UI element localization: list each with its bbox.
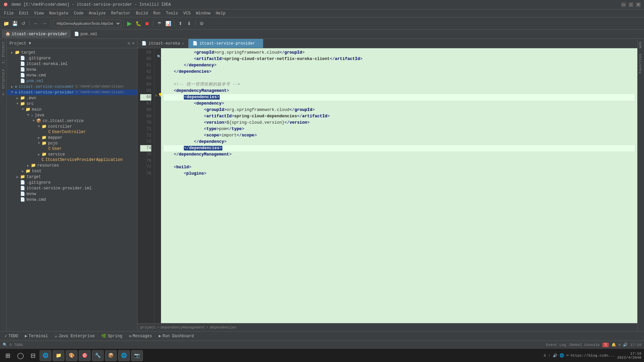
close-button[interactable]: ✕ xyxy=(636,2,641,7)
list-item[interactable]: 📄 .gitignore xyxy=(7,55,137,61)
tree-label: itcast-eureka.iml xyxy=(26,62,67,66)
start-button[interactable]: ⊞ xyxy=(3,350,13,361)
list-item[interactable]: ▶ ◈ itcast-service-consumer C:\hm49\code… xyxy=(7,84,137,89)
breadcrumb-project[interactable]: project xyxy=(140,325,156,329)
list-item[interactable]: ▼ 📦 cn.itcast.service xyxy=(7,118,137,124)
list-item[interactable]: C UserController xyxy=(7,129,137,135)
bottom-tab-messages[interactable]: ✉ Messages xyxy=(125,332,155,340)
taskbar-app1[interactable]: 📦 xyxy=(105,350,117,361)
taskbar-app3[interactable]: 📷 xyxy=(131,350,143,361)
editor-tab-close-eureka[interactable]: ✕ xyxy=(182,42,184,46)
toolbar-sep-2 xyxy=(51,20,51,27)
breadcrumb-dependency-mgmt[interactable]: dependencyManagement xyxy=(161,325,205,329)
toolbar-sync-btn[interactable]: ↺ xyxy=(19,19,28,27)
bottom-tab-spring[interactable]: 🌿 Spring xyxy=(98,332,125,340)
list-item[interactable]: ▶ 📁 .mvn xyxy=(7,95,137,101)
list-item[interactable]: 📄 pom.xml xyxy=(7,78,137,84)
left-tab-structure[interactable]: 4: Structure xyxy=(1,66,6,98)
bottom-tab-run-dashboard[interactable]: ▶ Run Dashboard xyxy=(155,332,197,340)
taskbar-edge[interactable]: 🌐 xyxy=(40,350,51,361)
list-item[interactable]: C ItcastServiceProviderApplication xyxy=(7,157,137,163)
project-tab-pom[interactable]: 📄 pom.xml xyxy=(71,30,101,38)
run-button[interactable]: ▶ xyxy=(125,19,133,27)
list-item[interactable]: 📄 itcast-eureka.iml xyxy=(7,61,137,67)
gutter-warning-icon[interactable]: ⚠ xyxy=(155,93,157,97)
menu-build[interactable]: Build xyxy=(133,9,151,17)
menu-tools[interactable]: Tools xyxy=(163,9,181,17)
project-tab-provider[interactable]: 🏠 itcast-service-provider xyxy=(2,30,71,38)
menu-file[interactable]: File xyxy=(1,9,16,17)
list-item[interactable]: ▶ 📁 test xyxy=(7,168,137,174)
menu-window[interactable]: Window xyxy=(193,9,213,17)
menu-edit[interactable]: Edit xyxy=(16,9,32,17)
bottom-tab-todo[interactable]: ✓ TODO xyxy=(1,332,21,340)
window-title: demo [C:\hm49\code\demo] - itcast-servic… xyxy=(11,2,171,7)
toolbar-back-btn[interactable]: ← xyxy=(32,19,40,27)
list-item[interactable]: ▶ 📁 mapper xyxy=(7,135,137,140)
vcs-btn[interactable]: ⬆ xyxy=(176,19,184,27)
taskbar-app2[interactable]: 🌐 xyxy=(118,350,130,361)
list-item[interactable]: ▼ 📁 pojo xyxy=(7,140,137,146)
bottom-tab-terminal[interactable]: ▶ Terminal xyxy=(21,332,51,340)
list-item[interactable]: ▶ 📁 service xyxy=(7,152,137,157)
menu-refactor[interactable]: Refactor xyxy=(108,9,133,17)
list-item[interactable]: ▼ ◈ itcast-service-provider C:\hm49\code… xyxy=(7,89,137,95)
list-item[interactable]: 📄 .gitignore xyxy=(7,180,137,185)
list-item[interactable]: 📄 mvnw xyxy=(7,67,137,72)
gutter-bulb-icon[interactable]: 💡 xyxy=(158,93,163,97)
list-item[interactable]: C User xyxy=(7,146,137,152)
menu-view[interactable]: View xyxy=(32,9,47,17)
settings-btn[interactable]: ⚙ xyxy=(198,19,206,27)
panel-expand-icon[interactable]: ⊕ xyxy=(132,41,135,46)
taskbar-sourcetree[interactable]: 🔧 xyxy=(92,350,104,361)
tree-label: cn.itcast.service xyxy=(43,119,84,123)
taskbar-intellij[interactable]: 🎯 xyxy=(79,350,91,361)
coverage-btn[interactable]: ☂ xyxy=(155,19,163,27)
list-item[interactable]: ▶ 📁 target xyxy=(7,50,137,55)
list-item[interactable]: 📄 mvnw.cmd xyxy=(7,72,137,78)
gutter-inspect-icon[interactable]: 🔍 xyxy=(157,55,161,59)
editor-tab-provider[interactable]: 📄 itcast-service-provider ✕ xyxy=(189,39,264,48)
list-item[interactable]: ▼ 📁 src xyxy=(7,101,137,107)
menu-help[interactable]: Help xyxy=(213,9,228,17)
bottom-tab-java-enterprise[interactable]: ☕ Java Enterprise xyxy=(51,332,98,340)
editor-tab-close-provider[interactable]: ✕ xyxy=(257,42,259,46)
search-button[interactable]: ◯ xyxy=(14,350,26,361)
debug-button[interactable]: 🐛 xyxy=(134,19,142,27)
editor-tab-eureka[interactable]: 📄 itcast-eureka ✕ xyxy=(138,39,189,48)
list-item[interactable]: ▶ 📁 resources xyxy=(7,163,137,168)
menu-analyze[interactable]: Analyze xyxy=(86,9,108,17)
left-tab-project[interactable]: 1: Project xyxy=(1,39,6,66)
vcs-update-btn[interactable]: ⬇ xyxy=(185,19,193,27)
list-item[interactable]: ▼ 📁 controller xyxy=(7,124,137,129)
event-log-link[interactable]: Event Log xyxy=(546,343,566,347)
maximize-button[interactable]: □ xyxy=(629,2,633,7)
taskbar-photos[interactable]: 🎨 xyxy=(66,350,77,361)
stop-button[interactable]: ⏹ xyxy=(143,19,151,27)
taskbar-explorer[interactable]: 📁 xyxy=(53,350,64,361)
breadcrumb-dependencies[interactable]: dependencies xyxy=(210,325,236,329)
code-content[interactable]: <groupId>org.springframework.cloud</grou… xyxy=(161,48,637,323)
task-view-button[interactable]: ⊟ xyxy=(28,350,38,361)
list-item[interactable]: 📄 mvnw xyxy=(7,191,137,197)
minimize-button[interactable]: — xyxy=(621,2,626,7)
profiler-btn[interactable]: 📊 xyxy=(164,19,172,27)
jrebel-console-link[interactable]: JRebel Console xyxy=(569,343,600,347)
panel-settings-icon[interactable]: ⚙ xyxy=(128,41,130,46)
list-item[interactable]: 📄 mvnw.cmd xyxy=(7,197,137,202)
list-item[interactable]: ▼ ☕ java xyxy=(7,112,137,118)
menu-code[interactable]: Code xyxy=(71,9,86,17)
toolbar-forward-btn[interactable]: → xyxy=(41,19,49,27)
right-tab-favorites[interactable]: Favorites xyxy=(638,51,644,76)
list-item[interactable]: ▼ 📁 main xyxy=(7,107,137,112)
sys-tray-link[interactable]: https://blog.csdn... xyxy=(571,354,615,358)
list-item[interactable]: ▶ 📁 target xyxy=(7,174,137,180)
right-tab-web[interactable]: Web xyxy=(638,39,644,51)
toolbar-save-btn[interactable]: 💾 xyxy=(11,19,19,27)
menu-navigate[interactable]: Navigate xyxy=(46,9,71,17)
run-config-dropdown[interactable]: HttpDemoApplicationTests.httpGet xyxy=(53,19,121,27)
list-item[interactable]: 📄 itcast-service-provider.iml xyxy=(7,185,137,191)
menu-vcs[interactable]: VCS xyxy=(181,9,194,17)
toolbar-open-btn[interactable]: 📁 xyxy=(2,19,10,27)
menu-run[interactable]: Run xyxy=(151,9,163,17)
